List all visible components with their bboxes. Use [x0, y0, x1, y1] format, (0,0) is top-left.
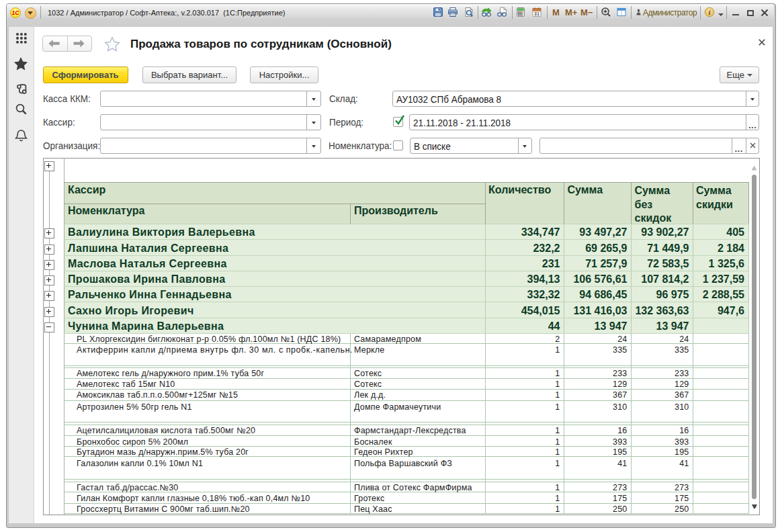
- svg-text:i: i: [709, 9, 711, 16]
- svg-text:31: 31: [534, 11, 539, 16]
